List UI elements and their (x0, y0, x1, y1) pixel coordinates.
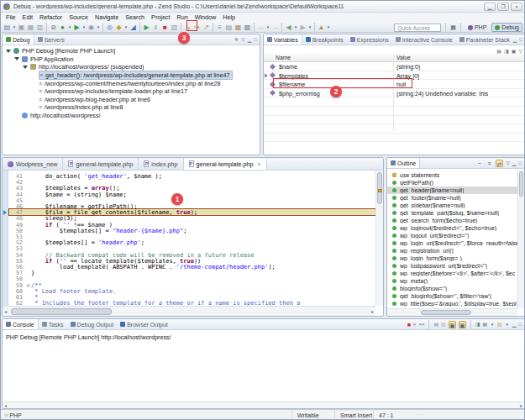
minimize-view-icon[interactable]: ▁ (512, 320, 517, 329)
toolbar-save-button[interactable]: ▣ (17, 23, 26, 32)
toolbar-skip-all-breakpoints-button[interactable]: ⊘ (49, 23, 58, 32)
toolbar-show-skipped-button[interactable]: ≡ (215, 23, 224, 32)
toolbar-forward-history-button[interactable]: ▶ (298, 23, 307, 32)
tab-outline[interactable]: Outline (387, 158, 420, 168)
outline-vertical-scrollbar[interactable] (517, 170, 524, 308)
code-line-41[interactable]: do_action( 'get_header', $name ); (31, 173, 162, 180)
remove-launch-icon[interactable]: × (413, 320, 417, 329)
minimize-view-icon[interactable]: ▁ (248, 35, 252, 45)
display-selected-console-icon[interactable]: ▤ (482, 320, 487, 329)
menu-search[interactable]: Search (122, 13, 148, 21)
debug-tree-item[interactable]: ≡get_header(): /wordpress/wp-includes/ge… (3, 71, 260, 80)
variables-row[interactable]: $name(string:0) (264, 62, 524, 71)
menu-edit[interactable]: Edit (19, 13, 36, 21)
toolbar-web-browser-button[interactable]: ◎ (105, 23, 114, 32)
maximize-view-icon[interactable]: □ (519, 35, 522, 45)
menu-file[interactable]: File (3, 13, 19, 21)
open-perspective-icon[interactable]: ▦ (450, 24, 456, 31)
code-line-56[interactable]: load_template( ABSPATH . WPINC . '/theme… (31, 264, 276, 270)
perspective-php-button[interactable]: PHP (465, 23, 489, 32)
editor-tab-general-template-php[interactable]: Pgeneral-template.php× (184, 158, 267, 170)
outline-item-bloginfo-show[interactable]: bloginfo($show='') (387, 285, 517, 292)
scroll-left-icon[interactable]: ◂ (4, 402, 7, 408)
toolbar-annotation-nav-button[interactable]: ▲ (317, 23, 326, 32)
toolbar-step-return-button[interactable]: ↗ (202, 23, 211, 32)
console-horizontal-scrollbar[interactable]: ◂ ▸ (3, 402, 524, 408)
perspective-debug-button[interactable]: Debug (491, 23, 522, 32)
editor-vertical-scrollbar[interactable] (375, 171, 383, 306)
code-line-60[interactable]: * Load footer template. (31, 288, 116, 295)
debug-tree-item[interactable]: ≡/wordpress/wp-blog-header.php at line6 (3, 96, 260, 104)
scroll-right-icon[interactable]: ▸ (520, 402, 522, 408)
link-with-editor-icon[interactable]: ⇄ (496, 160, 503, 167)
line-number[interactable]: 62 (16, 300, 23, 306)
variables-tab-parameter-stack[interactable]: Parameter Stack (456, 34, 513, 45)
minimize-view-icon[interactable]: ▁ (512, 159, 517, 168)
debug-tree-item[interactable]: ≡/wordpress/wp-content/themes/twentyfour… (3, 79, 260, 87)
quick-access-input[interactable]: Quick Access (394, 24, 441, 32)
toolbar-debug-button[interactable]: ● (58, 23, 67, 32)
scrollbar-thumb[interactable] (421, 310, 471, 315)
outline-item-wp-loginout-redir[interactable]: wp_loginout($redirect='', $echo=true) (387, 224, 517, 232)
view-menu-icon[interactable]: ▽ (506, 159, 510, 168)
outline-item-wp-meta[interactable]: wp_meta() (387, 277, 517, 285)
toolbar-new-wizard-button[interactable]: ▤ (3, 23, 12, 32)
debug-tab-servers[interactable]: Servers (34, 34, 68, 45)
outline-item-get-header-name-n[interactable]: get_header($name=null) (387, 186, 517, 194)
debug-tree-item[interactable]: http://localhost/wordpress/ (3, 112, 260, 120)
code-editor[interactable]: 4142434445464748495051525354555657585960… (3, 171, 383, 306)
toolbar-back-history-button[interactable]: ◀ (284, 23, 293, 32)
toolbar-run-button[interactable]: ▶ (72, 23, 81, 32)
editor-tab-general-template-php[interactable]: Pgeneral-template.php (63, 158, 139, 170)
outline-item-wp-registration-ur[interactable]: wp_registration_url() (387, 247, 517, 255)
restore-button[interactable]: ❐ (497, 3, 509, 11)
expander-icon[interactable] (14, 57, 19, 60)
clear-console-icon[interactable]: ▤ (433, 320, 438, 329)
remove-all-launches-icon[interactable]: ×× (418, 320, 424, 329)
toolbar-next-edit-button[interactable]: → (270, 23, 280, 32)
variables-row[interactable]: $php_errormsg(string:24) Undefined varia… (264, 89, 524, 98)
show-stdout-icon[interactable]: ▣ (459, 321, 466, 328)
outline-item-get-search-form-e[interactable]: get_search_form($echo=true) (387, 217, 517, 224)
toolbar-disconnect-button[interactable]: ▧ (170, 23, 179, 32)
fold-collapse-icon[interactable]: ⊖ (26, 282, 30, 288)
menu-navigate[interactable]: Navigate (92, 13, 122, 21)
console-tab-browser-output[interactable]: Browser Output (117, 319, 171, 329)
outline-item-wp-lostpassword-ur[interactable]: wp_lostpassword_url($redirect='') (387, 262, 517, 270)
toolbar-save-all-button[interactable]: ▦ (26, 23, 35, 32)
code-line-44[interactable]: $name = (string) $name; (31, 192, 127, 198)
code-line-50[interactable]: $templates[] = "header-{$name}.php"; (31, 228, 186, 234)
toolbar-search-button[interactable]: ◆ (114, 23, 123, 32)
debug-tab-debug[interactable]: Debug (3, 34, 34, 45)
console-tab-console[interactable]: Console (3, 319, 39, 329)
toolbar-annotation-nav-dropdown-icon[interactable]: ▾ (326, 24, 331, 29)
scroll-lock-icon[interactable]: ▥ (441, 320, 446, 329)
toolbar-resume-button[interactable]: ▶ (142, 23, 151, 32)
toolbar-profile-dropdown-icon[interactable]: ▾ (96, 24, 101, 29)
toolbar-snapshot-button[interactable]: ▩ (243, 23, 252, 32)
toolbar-external-tools-button[interactable]: ◢ (129, 23, 138, 32)
maximize-view-icon[interactable]: □ (254, 35, 257, 45)
scroll-right-icon[interactable]: ▸ (371, 308, 374, 314)
console-dropdown-icon[interactable]: ▾ (490, 322, 495, 327)
toolbar-suspend-button[interactable]: ‖ (151, 23, 160, 32)
toolbar-profile-button[interactable]: ◉ (87, 23, 96, 32)
maximize-view-icon[interactable]: □ (518, 320, 522, 329)
close-tab-icon[interactable]: × (257, 161, 260, 167)
toolbar-forward-history-dropdown-icon[interactable]: ▾ (307, 24, 312, 29)
toolbar-open-package-button[interactable]: ▦ (234, 23, 243, 32)
toolbar-print-button[interactable]: ▥ (35, 23, 45, 32)
view-menu-icon[interactable]: ▽ (241, 35, 245, 45)
collapse-all-icon[interactable]: − (475, 160, 483, 167)
expander-icon[interactable] (23, 66, 28, 69)
outline-item-get-bloginfo-show[interactable]: get_bloginfo($show='', $filter='raw') (387, 292, 517, 300)
open-console-dropdown-icon[interactable]: ▾ (505, 322, 510, 327)
toolbar-terminate-button[interactable]: ■ (160, 23, 170, 32)
menu-source[interactable]: Source (66, 13, 92, 21)
outline-item-wp-title-sep-ra[interactable]: wp_title($sep='&raquo;', $display=true, … (387, 300, 517, 307)
debug-tree-item[interactable]: ≡/wordpress/index.php at line8 (3, 103, 260, 112)
editor-tab-wodpress-new[interactable]: Wodpress_new (3, 158, 63, 170)
code-line-57[interactable]: } (31, 270, 34, 276)
variables-tab-variables[interactable]: Variables (264, 34, 302, 45)
console-tab-tasks[interactable]: Tasks (39, 319, 67, 329)
